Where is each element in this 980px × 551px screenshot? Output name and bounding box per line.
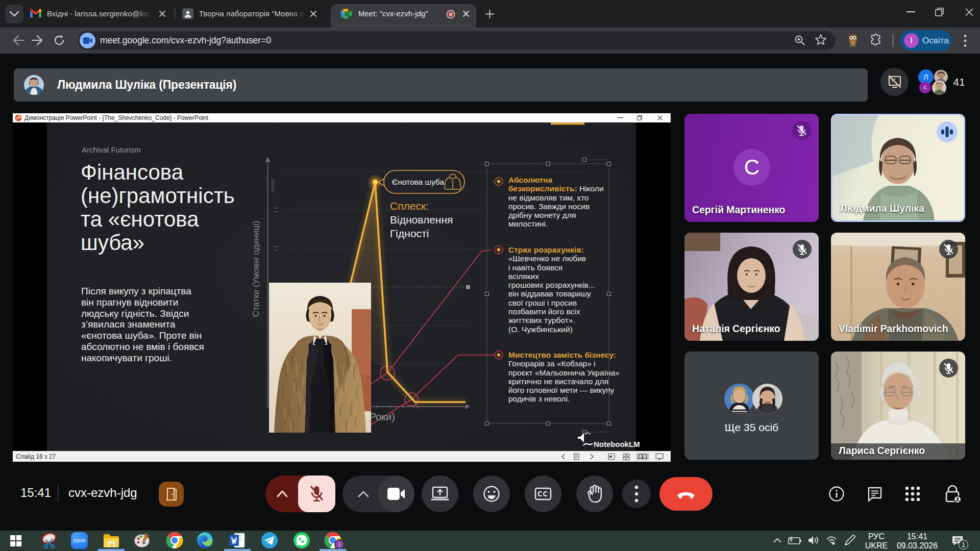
svg-text:Єнотова шуба: Єнотова шуба (392, 178, 444, 186)
svg-text:P: P (16, 116, 19, 121)
